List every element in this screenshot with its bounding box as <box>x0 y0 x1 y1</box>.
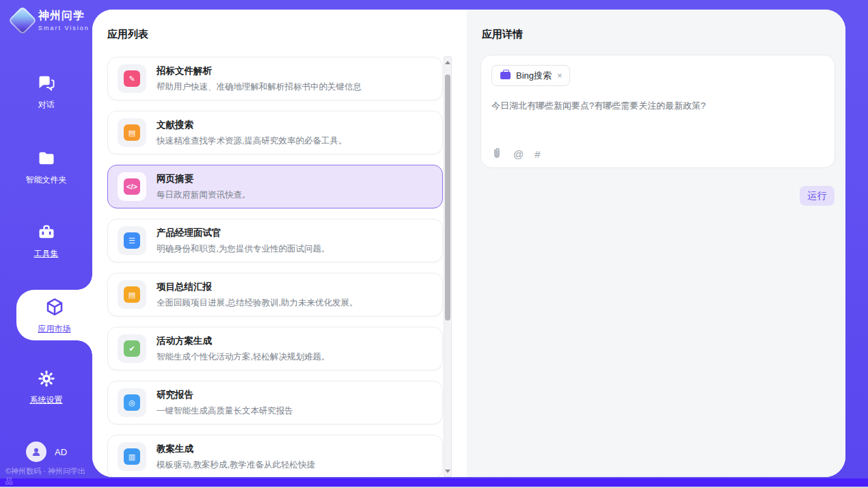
app-card-desc: 一键智能生成高质量长文本研究报告 <box>157 405 293 417</box>
attachment-toolbar: @ # <box>491 147 541 161</box>
user-account[interactable]: AD <box>26 442 67 462</box>
sidebar-item-label: 智能文件夹 <box>26 175 67 185</box>
brand-name: 神州问学 <box>38 9 90 23</box>
app-card-title: 活动方案生成 <box>157 335 329 347</box>
app-card-list: ✎ 招标文件解析 帮助用户快速、准确地理解和解析招标书中的关键信息 ▤ 文献搜索… <box>107 57 443 477</box>
sidebar-item-toolbox[interactable]: 工具集 <box>0 223 92 260</box>
sidebar-item-smart-folder[interactable]: 智能文件夹 <box>0 149 92 186</box>
app-card[interactable]: ✎ 招标文件解析 帮助用户快速、准确地理解和解析招标书中的关键信息 <box>107 57 443 100</box>
sidebar-item-chat[interactable]: 对话 <box>0 74 92 111</box>
app-list-scrollbar[interactable] <box>444 56 452 477</box>
app-icon-tile: ✔ <box>118 334 146 363</box>
webpage-code-icon: </> <box>124 178 140 195</box>
app-card-desc: 快速精准查找学术资源,提高研究效率的必备工具。 <box>157 135 347 147</box>
bottom-accent-bar <box>0 478 868 487</box>
app-card-title: 网页摘要 <box>157 173 251 185</box>
copyright-text: ©神州数码 · 神州问学出品 <box>5 466 92 487</box>
app-card-title: 产品经理面试官 <box>157 227 329 239</box>
scroll-down-icon[interactable] <box>444 467 451 475</box>
brand-subtitle: Smart Vision <box>38 25 90 31</box>
sidebar: 神州问学 Smart Vision 对话 智能文件夹 工具集 应用市场 系统设置 <box>0 0 92 478</box>
main-content: 应用列表 ✎ 招标文件解析 帮助用户快速、准确地理解和解析招标书中的关键信息 ▤… <box>92 10 845 477</box>
user-name: AD <box>55 447 67 457</box>
app-icon-tile: ✎ <box>118 64 146 93</box>
app-card-title: 文献搜索 <box>157 119 347 131</box>
briefcase-icon <box>500 72 511 79</box>
books-icon: ▥ <box>124 448 140 465</box>
sidebar-item-label: 应用市场 <box>16 323 92 335</box>
microscope-icon: ◎ <box>124 394 140 411</box>
app-icon-tile: </> <box>118 172 146 201</box>
app-card[interactable]: ▤ 项目总结汇报 全面回顾项目进展,总结经验教训,助力未来优化发展。 <box>107 273 443 316</box>
brand-logo: 神州问学 Smart Vision <box>12 9 90 31</box>
book-icon: ▤ <box>124 124 140 141</box>
close-icon[interactable]: × <box>557 71 562 80</box>
app-card[interactable]: ✔ 活动方案生成 智能生成个性化活动方案,轻松解决规划难题。 <box>107 327 443 370</box>
app-card[interactable]: ☰ 产品经理面试官 明确身份和职责,为您提供专业性的面试问题。 <box>107 219 443 262</box>
app-card[interactable]: ▤ 文献搜索 快速精准查找学术资源,提高研究效率的必备工具。 <box>107 111 443 154</box>
app-detail-title: 应用详情 <box>482 28 523 41</box>
sidebar-item-label: 工具集 <box>34 249 59 258</box>
app-card-title: 项目总结汇报 <box>157 281 357 293</box>
app-icon-tile: ▤ <box>118 118 146 147</box>
chat-icon <box>0 74 92 93</box>
app-card-desc: 帮助用户快速、准确地理解和解析招标书中的关键信息 <box>157 81 362 93</box>
app-card-desc: 智能生成个性化活动方案,轻松解决规划难题。 <box>157 351 329 363</box>
interview-document-icon: ☰ <box>124 232 140 249</box>
cube-icon <box>44 308 65 319</box>
app-icon-tile: ◎ <box>118 388 146 417</box>
sidebar-item-label: 系统设置 <box>30 395 63 405</box>
folder-icon <box>0 149 92 168</box>
scrollbar-thumb[interactable] <box>445 74 450 321</box>
app-card[interactable]: </> 网页摘要 每日政府新闻资讯快查。 <box>107 165 443 208</box>
clipboard-check-icon: ✔ <box>124 340 140 357</box>
app-list-title: 应用列表 <box>107 28 148 41</box>
app-card-title: 教案生成 <box>157 443 315 455</box>
run-button[interactable]: 运行 <box>800 186 835 206</box>
app-icon-tile: ▥ <box>118 442 146 471</box>
toolbox-icon <box>0 223 92 242</box>
sidebar-item-app-market[interactable]: 应用市场 <box>16 290 92 340</box>
app-card-title: 研究报告 <box>157 389 293 401</box>
edit-document-icon: ✎ <box>124 70 140 87</box>
query-input[interactable]: 今日湖北有哪些新闻要点?有哪些需要关注的最新政策? <box>491 99 819 113</box>
app-detail-panel: 应用详情 Bing搜索 × 今日湖北有哪些新闻要点?有哪些需要关注的最新政策? … <box>467 10 845 477</box>
clipboard-report-icon: ▤ <box>124 286 140 303</box>
app-card[interactable]: ◎ 研究报告 一键智能生成高质量长文本研究报告 <box>107 381 443 424</box>
paperclip-icon[interactable] <box>491 147 502 161</box>
diamond-logo-icon <box>8 5 37 34</box>
app-icon-tile: ▤ <box>118 280 146 309</box>
sidebar-item-settings[interactable]: 系统设置 <box>0 369 92 406</box>
app-card[interactable]: ▥ 教案生成 模板驱动,教案秒成,教学准备从此轻松快捷 <box>107 435 443 477</box>
gear-icon <box>0 369 92 388</box>
app-card-desc: 每日政府新闻资讯快查。 <box>157 189 251 201</box>
prompt-card: Bing搜索 × 今日湖北有哪些新闻要点?有哪些需要关注的最新政策? @ # <box>480 55 835 168</box>
tool-tag-label: Bing搜索 <box>516 70 552 82</box>
mention-icon[interactable]: @ <box>513 148 524 160</box>
app-list-panel: 应用列表 ✎ 招标文件解析 帮助用户快速、准确地理解和解析招标书中的关键信息 ▤… <box>92 10 467 477</box>
app-card-desc: 明确身份和职责,为您提供专业性的面试问题。 <box>157 243 329 255</box>
app-card-desc: 模板驱动,教案秒成,教学准备从此轻松快捷 <box>157 459 315 471</box>
scroll-up-icon[interactable] <box>444 58 451 66</box>
tool-tag-bing-search[interactable]: Bing搜索 × <box>491 65 570 86</box>
app-card-desc: 全面回顾项目进展,总结经验教训,助力未来优化发展。 <box>157 297 357 309</box>
sidebar-item-label: 对话 <box>38 100 55 109</box>
hashtag-icon[interactable]: # <box>534 148 540 160</box>
app-icon-tile: ☰ <box>118 226 146 255</box>
avatar <box>26 442 46 462</box>
app-card-title: 招标文件解析 <box>157 65 362 77</box>
